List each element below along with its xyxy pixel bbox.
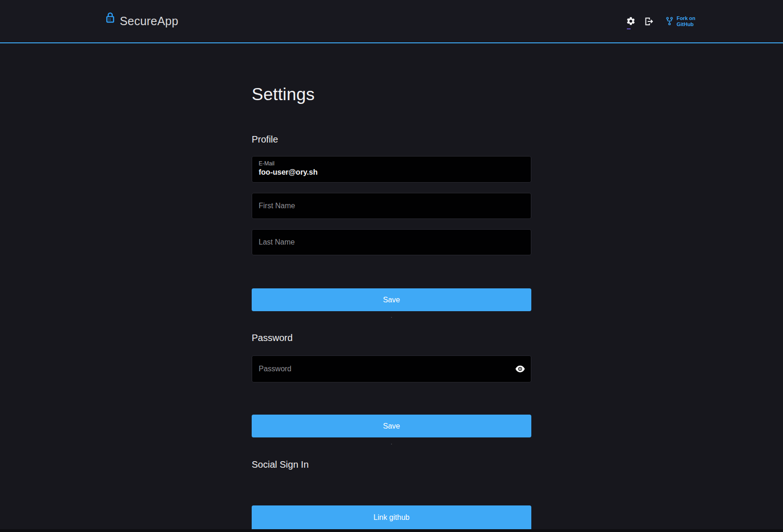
profile-section-heading: Profile bbox=[252, 134, 278, 145]
link-github-button[interactable]: Link github bbox=[252, 505, 531, 529]
lock-icon bbox=[105, 12, 116, 24]
git-fork-icon bbox=[665, 16, 674, 26]
fork-link-line2: GitHub bbox=[677, 21, 694, 27]
settings-nav-button[interactable] bbox=[626, 16, 636, 26]
footer-strip bbox=[0, 529, 783, 532]
profile-save-button[interactable]: Save bbox=[252, 288, 531, 311]
first-name-input[interactable] bbox=[252, 193, 531, 218]
gear-underline bbox=[627, 28, 631, 29]
password-status-dot: . bbox=[252, 440, 531, 445]
profile-status-dot: . bbox=[252, 313, 531, 319]
settings-page: SecureApp bbox=[0, 0, 783, 532]
logout-button[interactable] bbox=[644, 16, 654, 27]
brand-link[interactable]: SecureApp bbox=[105, 14, 179, 28]
password-input[interactable] bbox=[252, 356, 531, 382]
fork-link-line1: Fork on bbox=[677, 15, 695, 21]
last-name-input[interactable] bbox=[252, 230, 531, 255]
email-input[interactable] bbox=[259, 168, 524, 177]
fork-on-github-link[interactable]: Fork on GitHub bbox=[665, 15, 695, 27]
navbar-actions: Fork on GitHub bbox=[626, 15, 695, 27]
email-label: E-Mail bbox=[259, 160, 524, 167]
password-field bbox=[252, 355, 531, 382]
password-save-button[interactable]: Save bbox=[252, 415, 531, 437]
page-title: Settings bbox=[252, 85, 315, 104]
gear-icon bbox=[626, 16, 636, 26]
social-section-heading: Social Sign In bbox=[252, 459, 309, 470]
last-name-field bbox=[252, 229, 531, 255]
logout-icon bbox=[644, 16, 654, 27]
password-section-heading: Password bbox=[252, 333, 293, 343]
first-name-field bbox=[252, 193, 531, 219]
show-password-button[interactable] bbox=[515, 365, 525, 373]
main-content: Settings Profile E-Mail Save . Password bbox=[252, 0, 531, 532]
brand-name: SecureApp bbox=[120, 14, 179, 28]
eye-icon bbox=[515, 365, 525, 373]
email-field: E-Mail bbox=[252, 156, 531, 183]
fork-link-text: Fork on GitHub bbox=[677, 15, 695, 27]
